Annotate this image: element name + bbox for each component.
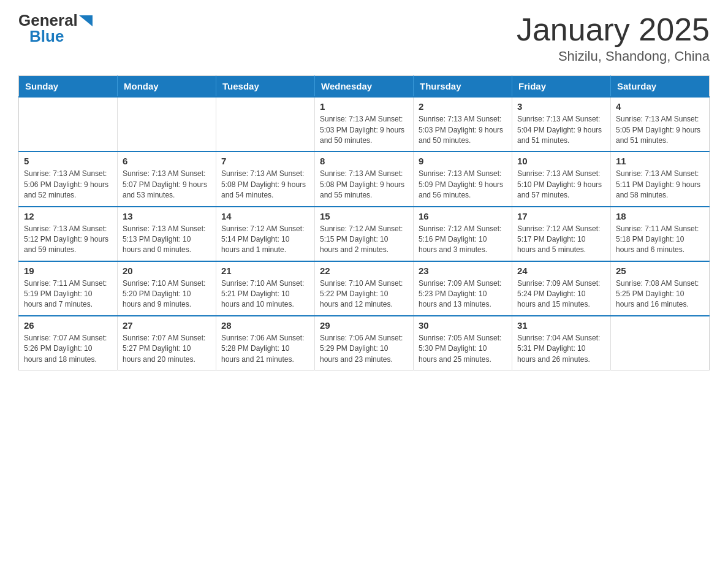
calendar-cell: 4Sunrise: 7:13 AM Sunset: 5:05 PM Daylig… [611,97,710,151]
calendar-cell: 10Sunrise: 7:13 AM Sunset: 5:10 PM Dayli… [512,151,611,206]
day-number: 6 [123,156,211,166]
header-sunday: Sunday [19,76,118,98]
day-info: Sunrise: 7:13 AM Sunset: 5:12 PM Dayligh… [24,224,112,256]
day-info: Sunrise: 7:07 AM Sunset: 5:27 PM Dayligh… [123,333,211,365]
calendar-week-2: 5Sunrise: 7:13 AM Sunset: 5:06 PM Daylig… [19,151,710,206]
day-info: Sunrise: 7:09 AM Sunset: 5:24 PM Dayligh… [517,278,605,310]
day-number: 2 [419,101,507,112]
day-number: 21 [221,266,309,276]
day-number: 31 [517,320,605,331]
calendar-cell [216,97,315,151]
day-number: 24 [517,266,605,276]
day-number: 19 [24,266,112,276]
day-info: Sunrise: 7:13 AM Sunset: 5:11 PM Dayligh… [616,169,704,201]
day-info: Sunrise: 7:13 AM Sunset: 5:08 PM Dayligh… [320,169,408,201]
day-number: 12 [24,211,112,221]
day-number: 5 [24,156,112,166]
calendar-cell: 13Sunrise: 7:13 AM Sunset: 5:13 PM Dayli… [118,207,216,261]
day-info: Sunrise: 7:10 AM Sunset: 5:21 PM Dayligh… [221,278,309,310]
calendar-cell: 21Sunrise: 7:10 AM Sunset: 5:21 PM Dayli… [216,261,315,316]
day-info: Sunrise: 7:06 AM Sunset: 5:29 PM Dayligh… [320,333,408,365]
day-number: 20 [123,266,211,276]
calendar-cell: 18Sunrise: 7:11 AM Sunset: 5:18 PM Dayli… [611,207,710,261]
day-info: Sunrise: 7:12 AM Sunset: 5:17 PM Dayligh… [517,224,605,256]
day-number: 1 [320,101,408,112]
day-number: 26 [24,320,112,331]
day-info: Sunrise: 7:13 AM Sunset: 5:10 PM Dayligh… [517,169,605,201]
header-thursday: Thursday [414,76,512,98]
calendar-cell: 2Sunrise: 7:13 AM Sunset: 5:03 PM Daylig… [414,97,512,151]
calendar-cell: 1Sunrise: 7:13 AM Sunset: 5:03 PM Daylig… [315,97,414,151]
day-number: 7 [221,156,309,166]
svg-marker-0 [79,15,93,26]
header-monday: Monday [118,76,216,98]
day-info: Sunrise: 7:08 AM Sunset: 5:25 PM Dayligh… [616,278,704,310]
logo: General Blue [18,12,93,44]
header-saturday: Saturday [611,76,710,98]
day-info: Sunrise: 7:13 AM Sunset: 5:04 PM Dayligh… [517,114,605,146]
day-number: 18 [616,211,704,221]
calendar-week-5: 26Sunrise: 7:07 AM Sunset: 5:26 PM Dayli… [19,316,710,370]
day-info: Sunrise: 7:10 AM Sunset: 5:22 PM Dayligh… [320,278,408,310]
calendar-cell: 25Sunrise: 7:08 AM Sunset: 5:25 PM Dayli… [611,261,710,316]
day-number: 8 [320,156,408,166]
day-info: Sunrise: 7:13 AM Sunset: 5:08 PM Dayligh… [221,169,309,201]
day-info: Sunrise: 7:13 AM Sunset: 5:03 PM Dayligh… [320,114,408,146]
day-info: Sunrise: 7:12 AM Sunset: 5:16 PM Dayligh… [419,224,507,256]
day-info: Sunrise: 7:10 AM Sunset: 5:20 PM Dayligh… [123,278,211,310]
day-number: 28 [221,320,309,331]
calendar-cell: 27Sunrise: 7:07 AM Sunset: 5:27 PM Dayli… [118,316,216,370]
calendar-cell: 28Sunrise: 7:06 AM Sunset: 5:28 PM Dayli… [216,316,315,370]
day-info: Sunrise: 7:05 AM Sunset: 5:30 PM Dayligh… [419,333,507,365]
calendar-cell [19,97,118,151]
calendar-cell: 29Sunrise: 7:06 AM Sunset: 5:29 PM Dayli… [315,316,414,370]
calendar-cell: 20Sunrise: 7:10 AM Sunset: 5:20 PM Dayli… [118,261,216,316]
day-info: Sunrise: 7:13 AM Sunset: 5:05 PM Dayligh… [616,114,704,146]
day-number: 15 [320,211,408,221]
logo-arrow-icon [79,15,93,26]
calendar-cell: 16Sunrise: 7:12 AM Sunset: 5:16 PM Dayli… [414,207,512,261]
logo-general-text: General [18,12,78,28]
calendar-cell: 6Sunrise: 7:13 AM Sunset: 5:07 PM Daylig… [118,151,216,206]
header-tuesday: Tuesday [216,76,315,98]
day-info: Sunrise: 7:13 AM Sunset: 5:06 PM Dayligh… [24,169,112,201]
day-number: 14 [221,211,309,221]
calendar-cell: 23Sunrise: 7:09 AM Sunset: 5:23 PM Dayli… [414,261,512,316]
page-header: General Blue January 2025 Shizilu, Shand… [18,12,710,64]
calendar-table: Sunday Monday Tuesday Wednesday Thursday… [18,75,710,370]
calendar-cell: 9Sunrise: 7:13 AM Sunset: 5:09 PM Daylig… [414,151,512,206]
day-number: 4 [616,101,704,112]
day-info: Sunrise: 7:11 AM Sunset: 5:18 PM Dayligh… [616,224,704,256]
calendar-week-3: 12Sunrise: 7:13 AM Sunset: 5:12 PM Dayli… [19,207,710,261]
calendar-cell: 17Sunrise: 7:12 AM Sunset: 5:17 PM Dayli… [512,207,611,261]
day-info: Sunrise: 7:07 AM Sunset: 5:26 PM Dayligh… [24,333,112,365]
day-info: Sunrise: 7:11 AM Sunset: 5:19 PM Dayligh… [24,278,112,310]
day-number: 29 [320,320,408,331]
day-info: Sunrise: 7:13 AM Sunset: 5:07 PM Dayligh… [123,169,211,201]
day-number: 22 [320,266,408,276]
day-number: 13 [123,211,211,221]
day-number: 10 [517,156,605,166]
calendar-cell: 30Sunrise: 7:05 AM Sunset: 5:30 PM Dayli… [414,316,512,370]
title-block: January 2025 Shizilu, Shandong, China [517,12,710,64]
day-number: 27 [123,320,211,331]
calendar-cell: 3Sunrise: 7:13 AM Sunset: 5:04 PM Daylig… [512,97,611,151]
calendar-cell: 8Sunrise: 7:13 AM Sunset: 5:08 PM Daylig… [315,151,414,206]
calendar-cell: 26Sunrise: 7:07 AM Sunset: 5:26 PM Dayli… [19,316,118,370]
day-number: 3 [517,101,605,112]
day-number: 16 [419,211,507,221]
calendar-cell: 31Sunrise: 7:04 AM Sunset: 5:31 PM Dayli… [512,316,611,370]
day-info: Sunrise: 7:13 AM Sunset: 5:03 PM Dayligh… [419,114,507,146]
calendar-cell: 11Sunrise: 7:13 AM Sunset: 5:11 PM Dayli… [611,151,710,206]
calendar-cell: 14Sunrise: 7:12 AM Sunset: 5:14 PM Dayli… [216,207,315,261]
day-info: Sunrise: 7:09 AM Sunset: 5:23 PM Dayligh… [419,278,507,310]
day-info: Sunrise: 7:04 AM Sunset: 5:31 PM Dayligh… [517,333,605,365]
calendar-cell: 19Sunrise: 7:11 AM Sunset: 5:19 PM Dayli… [19,261,118,316]
day-number: 25 [616,266,704,276]
day-info: Sunrise: 7:13 AM Sunset: 5:09 PM Dayligh… [419,169,507,201]
day-number: 30 [419,320,507,331]
header-wednesday: Wednesday [315,76,414,98]
logo-blue-text: Blue [29,27,64,45]
day-number: 23 [419,266,507,276]
calendar-header: Sunday Monday Tuesday Wednesday Thursday… [19,76,710,98]
